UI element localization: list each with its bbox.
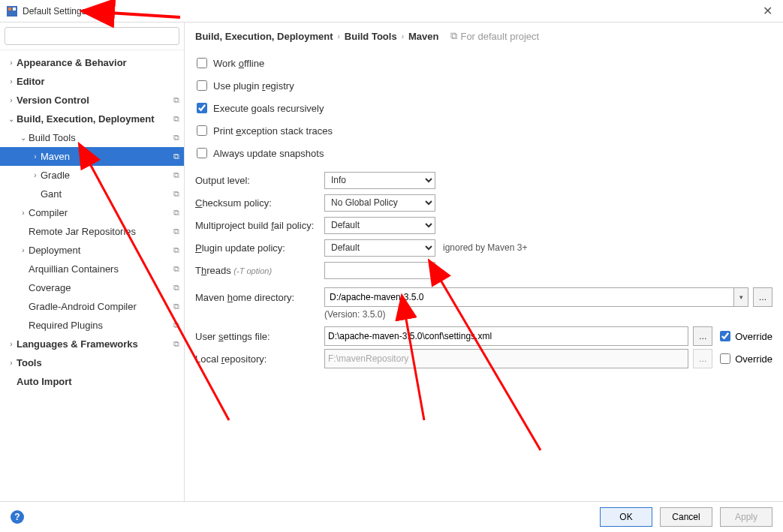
tree-item-build-execution-deployment[interactable]: ⌄Build, Execution, Deployment⧉ bbox=[0, 110, 184, 128]
tree-item-tools[interactable]: ›Tools bbox=[0, 353, 184, 372]
maven-home-dropdown[interactable]: ▾ bbox=[733, 287, 748, 307]
print-exception-label[interactable]: Print exception stack traces bbox=[213, 125, 333, 137]
threads-row: Threads (-T option) bbox=[195, 260, 772, 281]
work-offline-label[interactable]: Work offline bbox=[213, 58, 264, 69]
plugin-update-note: ignored by Maven 3+ bbox=[443, 242, 527, 253]
work-offline-checkbox[interactable] bbox=[197, 58, 207, 68]
use-plugin-registry-label[interactable]: Use plugin registry bbox=[213, 80, 294, 92]
print-exception-checkbox[interactable] bbox=[197, 125, 207, 136]
maven-home-input[interactable] bbox=[324, 287, 733, 307]
user-settings-browse-button[interactable]: … bbox=[693, 326, 712, 346]
copy-icon: ⧉ bbox=[173, 339, 179, 349]
titlebar: Default Settings ✕ bbox=[0, 0, 783, 23]
copy-icon: ⧉ bbox=[173, 245, 179, 255]
copy-icon: ⧉ bbox=[173, 170, 179, 180]
local-repo-override-checkbox[interactable] bbox=[720, 353, 730, 364]
tree-item-label: Gradle bbox=[41, 170, 173, 181]
app-icon bbox=[6, 5, 18, 17]
svg-rect-2 bbox=[13, 8, 16, 11]
tree-item-build-tools[interactable]: ⌄Build Tools⧉ bbox=[0, 128, 184, 147]
always-update-label[interactable]: Always update snapshots bbox=[213, 148, 324, 159]
help-button[interactable]: ? bbox=[11, 510, 24, 524]
tree-item-arquillian-containers[interactable]: Arquillian Containers⧉ bbox=[0, 260, 184, 278]
close-icon[interactable]: ✕ bbox=[758, 4, 777, 18]
chevron-icon: › bbox=[6, 359, 17, 367]
tree-item-label: Languages & Frameworks bbox=[17, 338, 173, 350]
always-update-row: Always update snapshots bbox=[195, 143, 772, 164]
local-repo-label: Local repository: bbox=[195, 353, 324, 365]
copy-icon: ⧉ bbox=[173, 320, 179, 330]
tree-item-label: Gant bbox=[41, 188, 173, 200]
copy-icon: ⧉ bbox=[173, 152, 179, 161]
execute-goals-checkbox[interactable] bbox=[197, 103, 207, 113]
chevron-icon: › bbox=[6, 59, 17, 67]
tree-item-languages-frameworks[interactable]: ›Languages & Frameworks⧉ bbox=[0, 335, 184, 353]
chevron-icon: › bbox=[6, 96, 17, 104]
tree-item-label: Auto Import bbox=[17, 376, 179, 387]
tree-item-required-plugins[interactable]: Required Plugins⧉ bbox=[0, 316, 184, 335]
multiproject-fail-label: Multiproject build fail policy: bbox=[195, 220, 324, 231]
tree-item-label: Build Tools bbox=[29, 132, 173, 143]
tree-item-deployment[interactable]: ›Deployment⧉ bbox=[0, 241, 184, 260]
tree-item-label: Maven bbox=[41, 151, 173, 162]
execute-goals-label[interactable]: Execute goals recursively bbox=[213, 103, 324, 114]
breadcrumb-item[interactable]: Build, Execution, Deployment bbox=[195, 31, 333, 42]
tree-item-gradle-android-compiler[interactable]: Gradle-Android Compiler⧉ bbox=[0, 297, 184, 316]
tree-item-label: Compiler bbox=[29, 207, 173, 218]
copy-icon: ⧉ bbox=[173, 283, 179, 293]
tree-item-maven[interactable]: ›Maven⧉ bbox=[0, 147, 184, 166]
tree-item-label: Editor bbox=[17, 76, 179, 87]
user-settings-override-checkbox[interactable] bbox=[720, 331, 730, 341]
copy-icon: ⧉ bbox=[173, 95, 179, 105]
copy-icon: ⧉ bbox=[173, 208, 179, 218]
plugin-update-label: Plugin update policy: bbox=[195, 242, 324, 254]
tree-item-label: Coverage bbox=[29, 282, 173, 293]
copy-icon: ⧉ bbox=[173, 189, 179, 199]
chevron-icon: › bbox=[6, 340, 17, 348]
chevron-icon: › bbox=[18, 209, 29, 217]
tree-item-label: Arquillian Containers bbox=[29, 263, 173, 275]
checksum-policy-row: Checksum policy: No Global Policy bbox=[195, 192, 772, 213]
multiproject-fail-row: Multiproject build fail policy: Default bbox=[195, 215, 772, 236]
user-settings-input[interactable] bbox=[324, 326, 688, 346]
tree-item-auto-import[interactable]: Auto Import bbox=[0, 372, 184, 391]
multiproject-fail-select[interactable]: Default bbox=[324, 217, 435, 234]
local-repo-input bbox=[324, 349, 688, 368]
tree-item-appearance-behavior[interactable]: ›Appearance & Behavior bbox=[0, 53, 184, 72]
output-level-select[interactable]: Info bbox=[324, 172, 435, 189]
tree-item-gradle[interactable]: ›Gradle⧉ bbox=[0, 166, 184, 185]
tree-item-label: Appearance & Behavior bbox=[17, 57, 179, 68]
threads-input[interactable] bbox=[324, 262, 435, 279]
maven-home-browse-button[interactable]: … bbox=[753, 287, 772, 307]
chevron-right-icon: › bbox=[337, 32, 339, 41]
breadcrumb-item[interactable]: Maven bbox=[408, 31, 438, 42]
plugin-update-row: Plugin update policy: Default ignored by… bbox=[195, 237, 772, 258]
scope-hint: ⧉ For default project bbox=[450, 30, 539, 42]
use-plugin-registry-checkbox[interactable] bbox=[197, 80, 207, 91]
tree-item-remote-jar-repositories[interactable]: Remote Jar Repositories⧉ bbox=[0, 222, 184, 241]
tree-item-label: Build, Execution, Deployment bbox=[17, 113, 173, 125]
checksum-policy-select[interactable]: No Global Policy bbox=[324, 194, 435, 212]
tree-item-compiler[interactable]: ›Compiler⧉ bbox=[0, 203, 184, 222]
chevron-right-icon: › bbox=[402, 32, 404, 41]
tree-item-editor[interactable]: ›Editor bbox=[0, 72, 184, 91]
search-input[interactable] bbox=[5, 27, 179, 45]
tree-item-version-control[interactable]: ›Version Control⧉ bbox=[0, 91, 184, 110]
cancel-button[interactable]: Cancel bbox=[660, 507, 712, 527]
apply-button: Apply bbox=[720, 507, 772, 527]
tree-item-gant[interactable]: Gant⧉ bbox=[0, 185, 184, 203]
tree-item-coverage[interactable]: Coverage⧉ bbox=[0, 278, 184, 297]
copy-icon: ⧉ bbox=[173, 114, 179, 124]
output-level-row: Output level: Info bbox=[195, 170, 772, 191]
dialog-buttons: ? OK Cancel Apply bbox=[0, 501, 783, 531]
chevron-icon: › bbox=[18, 246, 29, 254]
breadcrumb-item[interactable]: Build Tools bbox=[345, 31, 397, 42]
tree-item-label: Version Control bbox=[17, 95, 173, 106]
copy-icon: ⧉ bbox=[173, 227, 179, 236]
plugin-update-select[interactable]: Default bbox=[324, 239, 435, 257]
always-update-checkbox[interactable] bbox=[197, 148, 207, 158]
ok-button[interactable]: OK bbox=[600, 507, 652, 527]
use-plugin-registry-row: Use plugin registry bbox=[195, 75, 772, 96]
copy-icon: ⧉ bbox=[450, 30, 457, 42]
chevron-icon: › bbox=[30, 152, 41, 161]
